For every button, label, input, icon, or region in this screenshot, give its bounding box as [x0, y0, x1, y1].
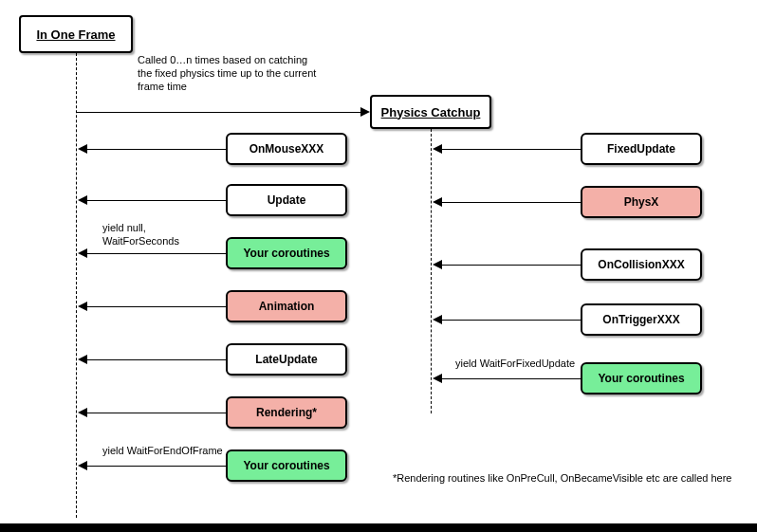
arrow-physx: [442, 202, 581, 203]
step-animation: Animation: [226, 290, 347, 322]
label-yield-null-l2: WaitForSeconds: [102, 235, 179, 247]
arrow-onmouse-head: [78, 144, 87, 154]
step-lateupdate: LateUpdate: [226, 343, 347, 376]
arrow-oncollision-head: [433, 260, 442, 269]
arrow-coroutines1: [87, 253, 226, 254]
arrow-to-physics: [76, 112, 360, 113]
arrow-ontrigger-head: [433, 315, 442, 324]
arrow-coroutines2: [87, 466, 226, 467]
step-coroutines-right: Your coroutines: [581, 362, 702, 394]
catchup-note-l1: Called 0…n times based on catching: [138, 54, 307, 65]
step-physx: PhysX: [581, 186, 702, 218]
step-oncollision: OnCollisionXXX: [581, 248, 702, 281]
step-onmouse: OnMouseXXX: [226, 133, 347, 165]
label-yield-null-l1: yield null,: [102, 222, 146, 233]
step-coroutines-2: Your coroutines: [226, 449, 347, 482]
catchup-note-l3: frame time: [138, 81, 187, 92]
arrow-animation: [87, 306, 226, 307]
catchup-note-l2: the fixed physics time up to the current: [138, 67, 316, 79]
arrow-coroutines-right: [442, 378, 581, 379]
arrow-fixedupdate-head: [433, 144, 442, 154]
arrow-update-head: [78, 195, 87, 205]
arrow-to-physics-head: [360, 107, 370, 117]
step-fixedupdate: FixedUpdate: [581, 133, 702, 165]
arrow-lateupdate-head: [78, 355, 87, 364]
rendering-footnote: *Rendering routines like OnPreCull, OnBe…: [393, 472, 731, 484]
step-ontrigger: OnTriggerXXX: [581, 303, 702, 336]
arrow-animation-head: [78, 302, 87, 311]
catchup-note: Called 0…n times based on catching the f…: [138, 54, 384, 93]
physics-lifeline: [431, 129, 432, 413]
step-update: Update: [226, 184, 347, 216]
frame-lifeline: [76, 53, 77, 518]
diagram-canvas: In One Frame Called 0…n times based on c…: [0, 0, 757, 523]
arrow-oncollision: [442, 265, 581, 266]
arrow-coroutines-right-head: [433, 374, 442, 383]
arrow-coroutines2-head: [78, 461, 87, 470]
step-rendering: Rendering*: [226, 396, 347, 429]
arrow-lateupdate: [87, 359, 226, 360]
arrow-onmouse: [87, 149, 226, 150]
frame-title-box: In One Frame: [19, 15, 133, 53]
step-coroutines-1: Your coroutines: [226, 237, 347, 269]
arrow-ontrigger: [442, 320, 581, 321]
bottom-bar: [0, 523, 757, 532]
arrow-update: [87, 200, 226, 201]
arrow-fixedupdate: [442, 149, 581, 150]
label-yield-null: yield null, WaitForSeconds: [102, 222, 179, 248]
label-wait-fixed: yield WaitForFixedUpdate: [455, 358, 575, 371]
arrow-rendering: [87, 413, 226, 413]
physics-title-box: Physics Catchup: [370, 95, 491, 129]
arrow-rendering-head: [78, 408, 87, 417]
label-wait-endframe: yield WaitForEndOfFrame: [102, 445, 223, 458]
arrow-physx-head: [433, 197, 442, 207]
arrow-coroutines1-head: [78, 248, 87, 258]
